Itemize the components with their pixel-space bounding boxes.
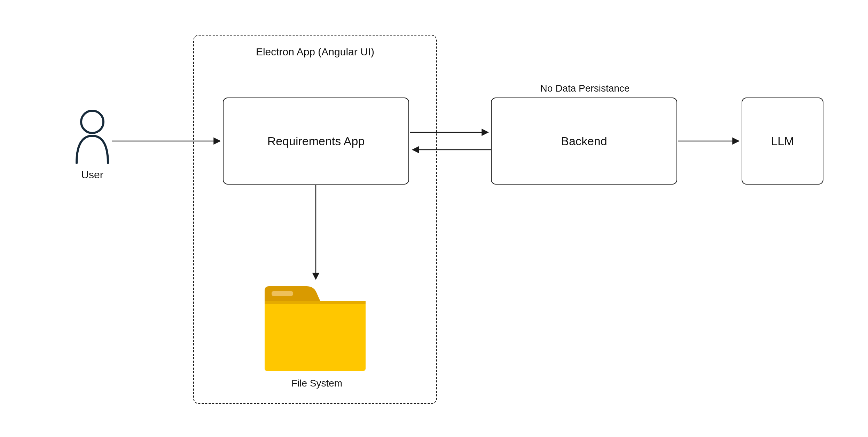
node-requirements-app-label: Requirements App [267,134,365,148]
node-requirements-app: Requirements App [223,97,409,185]
diagram-canvas: User Electron App (Angular UI) Requireme… [0,0,868,437]
folder-icon [261,282,369,373]
electron-container-title: Electron App (Angular UI) [256,46,374,57]
svg-rect-1 [272,291,293,296]
node-llm: LLM [742,97,823,185]
node-llm-label: LLM [771,134,794,148]
user-label: User [68,169,117,181]
svg-rect-3 [265,301,366,304]
svg-rect-2 [265,301,366,371]
node-backend: Backend [491,97,677,185]
node-backend-label: Backend [561,134,607,148]
svg-point-0 [81,111,103,133]
backend-annotation: No Data Persistance [533,83,637,94]
user-icon [73,108,111,164]
filesystem-label: File System [287,378,346,389]
